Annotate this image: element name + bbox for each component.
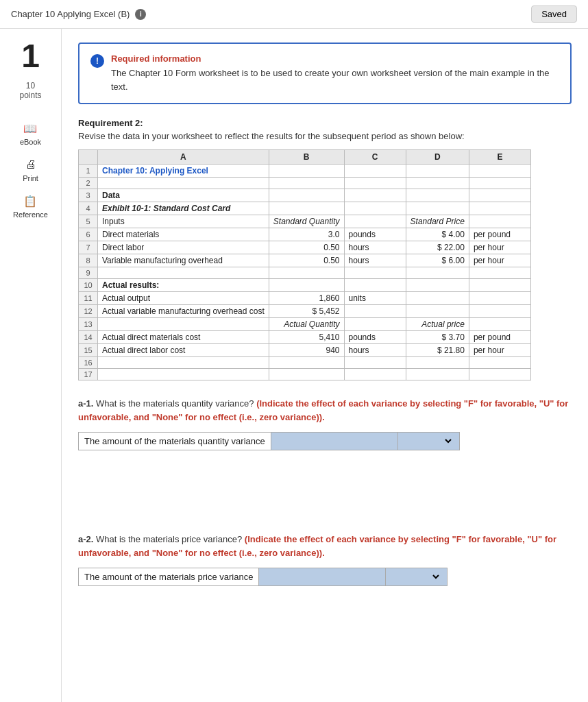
cell-17-e	[469, 369, 530, 380]
cell-8-c: hours	[344, 254, 406, 267]
cell-9-c	[344, 267, 406, 279]
cell-1-a: Chapter 10: Applying Excel	[98, 165, 269, 178]
sidebar-item-reference[interactable]: 📋 Reference	[10, 189, 51, 223]
answer-input-cell-a1[interactable]	[271, 433, 397, 450]
cell-6-a: Direct materials	[98, 228, 269, 241]
sidebar-item-reference-label: Reference	[13, 210, 48, 219]
question-a2-text: a-2. What is the materials price varianc…	[78, 533, 572, 559]
cell-10-e	[469, 279, 530, 292]
answer-dropdown-a2[interactable]: F U None	[391, 571, 441, 583]
cell-16-e	[469, 357, 530, 369]
answer-row-a2: The amount of the materials price varian…	[79, 568, 448, 586]
alert-content: Required information The Chapter 10 Form…	[111, 53, 559, 93]
cell-17-d	[406, 369, 469, 380]
col-header-a: A	[98, 150, 269, 165]
question-a1-label: a-1.	[78, 398, 93, 409]
cell-16-a	[98, 357, 269, 369]
cell-9-e	[469, 267, 530, 279]
cell-12-b: $ 5,452	[269, 305, 344, 318]
points-label: 10 points	[19, 81, 41, 100]
sidebar-item-ebook[interactable]: 📖 eBook	[17, 117, 44, 150]
row-num-14: 14	[79, 331, 98, 344]
cell-12-d	[406, 305, 469, 318]
question-a2-question: What is the materials price variance?	[96, 534, 242, 544]
answer-input-a2[interactable]	[265, 572, 380, 582]
row-num-15: 15	[79, 344, 98, 357]
saved-button[interactable]: Saved	[531, 5, 577, 23]
cell-5-c	[344, 215, 406, 228]
question-a1-section: a-1. What is the materials quantity vari…	[78, 397, 572, 450]
alert-header: ! Required information The Chapter 10 Fo…	[90, 53, 559, 93]
row-num-2: 2	[79, 178, 98, 189]
spreadsheet-row: 10Actual results:	[79, 279, 531, 292]
requirement-title: Requirement 2:	[78, 118, 572, 128]
cell-2-e	[469, 178, 530, 189]
cell-12-e	[469, 305, 530, 318]
cell-4-e	[469, 202, 530, 215]
cell-7-c: hours	[344, 241, 406, 254]
row-num-3: 3	[79, 189, 98, 202]
sidebar-item-ebook-label: eBook	[20, 138, 41, 146]
requirement-description: Revise the data in your worksheet to ref…	[78, 131, 572, 141]
col-header-c: C	[344, 150, 406, 165]
spreadsheet-row: 16	[79, 357, 531, 369]
cell-4-a: Exhibit 10-1: Standard Cost Card	[98, 202, 269, 215]
cell-12-a: Actual variable manufacturing overhead c…	[98, 305, 269, 318]
cell-5-a: Inputs	[98, 215, 269, 228]
spreadsheet-header-row: A B C D E	[79, 150, 531, 165]
cell-3-d	[406, 189, 469, 202]
cell-15-b: 940	[269, 344, 344, 357]
cell-5-e	[469, 215, 530, 228]
cell-3-b	[269, 189, 344, 202]
sidebar-item-print[interactable]: 🖨 Print	[20, 153, 41, 186]
cell-14-c: pounds	[344, 331, 406, 344]
row-num-1: 1	[79, 165, 98, 178]
spreadsheet-row: 3Data	[79, 189, 531, 202]
row-num-12: 12	[79, 305, 98, 318]
answer-dropdown-cell-a1[interactable]: F U None	[397, 433, 459, 450]
row-num-16: 16	[79, 357, 98, 369]
cell-8-e: per hour	[469, 254, 530, 267]
question-a1-question: What is the materials quantity variance?	[96, 398, 254, 409]
cell-3-a: Data	[98, 189, 269, 202]
cell-5-d: Standard Price	[406, 215, 469, 228]
spreadsheet-row: 11Actual output1,860units	[79, 292, 531, 305]
answer-dropdown-a1[interactable]: F U None	[404, 435, 454, 447]
cell-15-a: Actual direct labor cost	[98, 344, 269, 357]
cell-11-a: Actual output	[98, 292, 269, 305]
info-icon[interactable]: i	[135, 9, 146, 20]
cell-17-c	[344, 369, 406, 380]
answer-input-a1[interactable]	[277, 436, 392, 446]
cell-13-a	[98, 318, 269, 331]
cell-11-e	[469, 292, 530, 305]
cell-7-a: Direct labor	[98, 241, 269, 254]
cell-17-a	[98, 369, 269, 380]
answer-dropdown-cell-a2[interactable]: F U None	[386, 568, 448, 586]
reference-icon: 📋	[23, 193, 38, 208]
main-layout: 1 10 points 📖 eBook 🖨 Print 📋 Reference …	[0, 29, 588, 702]
spreadsheet-row: 8Variable manufacturing overhead0.50hour…	[79, 254, 531, 267]
spreadsheet-row: 15Actual direct labor cost940hours$ 21.8…	[79, 344, 531, 357]
cell-6-d: $ 4.00	[406, 228, 469, 241]
cell-8-a: Variable manufacturing overhead	[98, 254, 269, 267]
spreadsheet-row: 13Actual QuantityActual price	[79, 318, 531, 331]
cell-11-b: 1,860	[269, 292, 344, 305]
col-header-b: B	[269, 150, 344, 165]
cell-13-e	[469, 318, 530, 331]
row-num-4: 4	[79, 202, 98, 215]
answer-label-a1: The amount of the materials quantity var…	[79, 433, 271, 450]
cell-7-d: $ 22.00	[406, 241, 469, 254]
cell-8-b: 0.50	[269, 254, 344, 267]
cell-13-c	[344, 318, 406, 331]
col-header-d: D	[406, 150, 469, 165]
cell-4-c	[344, 202, 406, 215]
answer-input-cell-a2[interactable]	[259, 568, 386, 586]
cell-1-c	[344, 165, 406, 178]
cell-1-b	[269, 165, 344, 178]
cell-13-b: Actual Quantity	[269, 318, 344, 331]
cell-11-d	[406, 292, 469, 305]
page-title: Chapter 10 Applying Excel (B)	[11, 9, 130, 19]
sidebar: 1 10 points 📖 eBook 🖨 Print 📋 Reference	[0, 29, 62, 702]
answer-row-a1: The amount of the materials quantity var…	[79, 433, 460, 450]
row-num-7: 7	[79, 241, 98, 254]
